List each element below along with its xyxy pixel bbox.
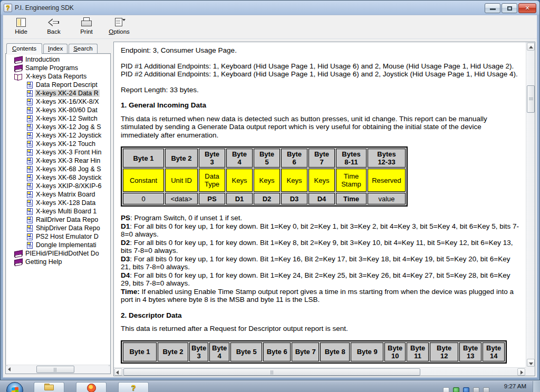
tree-item-label: Dongle Implementati <box>35 241 98 249</box>
tree-item-label: X-keys XK-12 Touch <box>35 140 97 148</box>
back-button[interactable]: Back <box>41 17 66 37</box>
topic-page-icon <box>27 200 33 207</box>
tree-item[interactable]: X-keys Matrix Board <box>7 190 110 199</box>
table-header-cell: Byte 8 <box>320 342 350 361</box>
tree-list: Introduction Sample Programs X-keys Data… <box>7 55 110 364</box>
start-button[interactable] <box>6 382 23 392</box>
print-button[interactable]: Print <box>74 17 99 37</box>
definition-term: Time: <box>121 288 140 296</box>
scroll-right-icon[interactable] <box>109 365 110 366</box>
scroll-down-icon[interactable] <box>527 359 535 367</box>
client-area: Hide Back Print Options <box>3 15 537 378</box>
tree-item-label: X-keys XK-68 Jog & S <box>35 165 102 173</box>
topic-page-icon <box>27 99 33 105</box>
content-vertical-scrollbar[interactable] <box>526 42 535 367</box>
network-icon[interactable] <box>483 387 489 392</box>
table-header-cell: Byte 3 <box>189 342 208 361</box>
tree-item[interactable]: X-keys XK-3 Front Hin <box>7 148 110 156</box>
tree-item-label: RailDriver Data Repo <box>35 216 99 223</box>
tree-item[interactable]: RailDriver Data Repo <box>7 215 110 224</box>
definition-d3: D3: For all bits 0 for key up, 1 for key… <box>121 255 520 271</box>
content-vscroll-thumb[interactable] <box>527 85 535 113</box>
tree-item-xkeys-data-reports[interactable]: X-keys Data Reports <box>7 72 110 81</box>
minimize-button[interactable] <box>485 3 500 13</box>
table-field-cell: Keys <box>226 169 253 192</box>
tree-item[interactable]: PS2 Host Emulator D <box>7 232 110 241</box>
tree-item[interactable]: X-keys Multi Board 1 <box>7 207 110 215</box>
topic-page-icon <box>27 115 33 122</box>
screen: ? P.I. Engineering SDK ✕ Hide Back <box>0 0 540 392</box>
tree-horizontal-scrollbar[interactable] <box>6 365 110 374</box>
taskbar-button-explorer[interactable] <box>34 382 64 392</box>
scroll-left-icon[interactable] <box>6 365 7 366</box>
tab-index[interactable]: Index <box>43 44 68 53</box>
tree-item[interactable]: X-keys XK-12 Switch <box>7 114 110 123</box>
tree-item[interactable]: X-keys XK-80/60 Dat <box>7 106 110 114</box>
tab-contents[interactable]: Contents <box>6 43 42 54</box>
tree-item[interactable]: Data Report Descript <box>7 81 110 89</box>
table-field-cell: Data Type <box>199 169 225 192</box>
tree-item[interactable]: X-keys XK-12 Touch <box>7 140 110 148</box>
definition-term: D3 <box>121 255 130 263</box>
windows-logo-icon <box>12 387 18 392</box>
tree-item[interactable]: X-keys XK-128 Data <box>7 199 110 207</box>
tree-item-getting-help[interactable]: Getting Help <box>7 258 110 266</box>
tree-item[interactable]: X-keys XK-68 Joystick <box>7 173 110 182</box>
taskbar-button-browser[interactable] <box>76 382 107 392</box>
closed-book-icon <box>14 250 22 257</box>
content-hscroll-thumb[interactable] <box>123 368 420 376</box>
tree-item-label: X-keys Matrix Board <box>35 191 97 198</box>
content-horizontal-scrollbar[interactable] <box>114 367 526 376</box>
tree-item-selected[interactable]: X-keys XK-24 Data R <box>7 89 110 97</box>
definition-d2: D2: For all bits 0 for key up, 1 for key… <box>121 239 520 255</box>
tree-hscroll-thumb[interactable] <box>36 366 74 373</box>
scroll-left-icon[interactable] <box>114 368 122 376</box>
tree-item-label: Getting Help <box>24 258 63 266</box>
table-value-cell: 0 <box>123 193 164 204</box>
table-header-cell: Byte 13 <box>459 342 481 361</box>
taskbar-clock[interactable]: 9:27 AM <box>504 383 526 389</box>
tree-item[interactable]: X-keys XK-12 Jog & S <box>7 123 110 131</box>
tree-item[interactable]: X-keys XK-16/XK-8/X <box>7 97 110 106</box>
tree-item-piehid[interactable]: PIEHid/PIEHidDotNet Do <box>7 249 110 258</box>
tree-item[interactable]: Dongle Implementati <box>7 241 110 249</box>
table-value-cell: PS <box>199 193 225 204</box>
title-bar[interactable]: ? P.I. Engineering SDK ✕ <box>1 1 539 15</box>
taskbar-button-help-viewer[interactable]: ? <box>118 382 149 392</box>
action-center-icon[interactable] <box>443 387 449 392</box>
topic-page-icon <box>27 149 33 156</box>
navigation-pane: Contents Index Search Introduction Sampl… <box>5 42 111 374</box>
tree-item[interactable]: X-keys XK-12 Joystick <box>7 131 110 140</box>
tree-item-sample-programs[interactable]: Sample Programs <box>7 64 110 72</box>
table-header-cell: Byte 4 <box>209 342 229 361</box>
table-field-cell: Unit ID <box>165 169 198 192</box>
topic-pane: Endpoint: 3, Consumer Usage Page. PID #1… <box>113 42 535 376</box>
topic-page-icon <box>27 158 33 164</box>
table-header-cell: Byte 12 <box>430 342 458 361</box>
maximize-button[interactable] <box>502 3 517 13</box>
close-button[interactable]: ✕ <box>518 3 536 13</box>
tray-app-icon[interactable] <box>453 387 459 392</box>
back-button-label: Back <box>47 28 61 35</box>
tree-item-label: ShipDriver Data Repo <box>35 224 101 232</box>
show-desktop-button[interactable] <box>533 381 540 392</box>
tree-item-label: X-keys XK-3 Front Hin <box>35 149 102 156</box>
tree-item-introduction[interactable]: Introduction <box>7 55 110 64</box>
topic-page-icon <box>27 90 33 97</box>
scroll-right-icon[interactable] <box>517 368 525 376</box>
tab-search[interactable]: Search <box>69 44 97 53</box>
definition-time: Time: If enabled using Enable Time Stamp… <box>121 288 520 304</box>
tree-item[interactable]: X-keys XKIP-8/XKIP-6 <box>7 182 110 190</box>
tree-item[interactable]: X-keys XK-3 Rear Hin <box>7 156 110 165</box>
tree-item[interactable]: ShipDriver Data Repo <box>7 224 110 232</box>
hide-button[interactable]: Hide <box>8 17 34 37</box>
section-heading-descriptor-data: 2. Descriptor Data <box>121 311 520 320</box>
tray-app-icon[interactable] <box>463 387 469 392</box>
table-value-cell: D3 <box>281 193 307 204</box>
tree-item[interactable]: X-keys XK-68 Jog & S <box>7 165 110 173</box>
volume-icon[interactable] <box>473 387 479 392</box>
scroll-up-icon[interactable] <box>527 43 535 51</box>
tree-item-label: X-keys XK-68 Joystick <box>35 174 102 181</box>
options-button[interactable]: Options <box>107 17 132 37</box>
pid-endpoints-block: PID #1 Additional Endpoints: 1, Keyboard… <box>121 62 520 79</box>
